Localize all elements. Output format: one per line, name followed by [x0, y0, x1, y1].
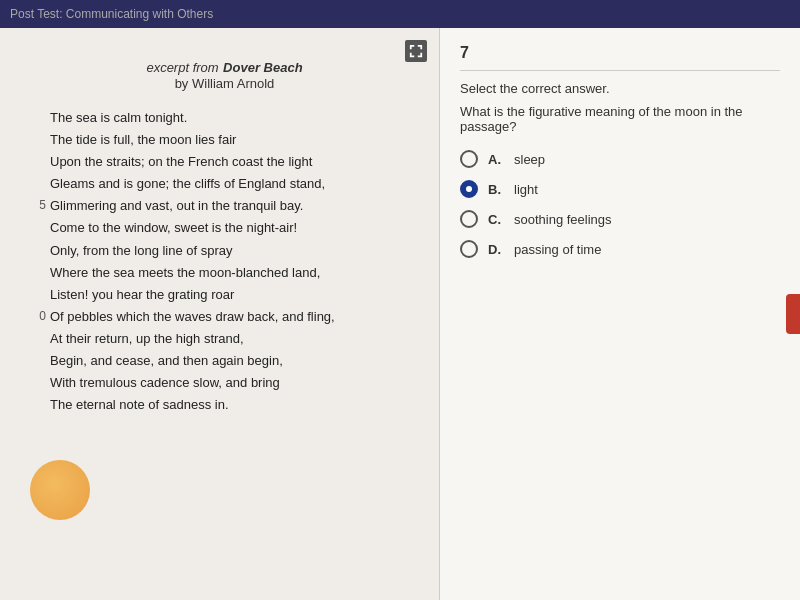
passage-line: The eternal note of sadness in.: [30, 394, 419, 416]
passage-line: 0Of pebbles which the waves draw back, a…: [30, 306, 419, 328]
answer-option-d[interactable]: D.passing of time: [460, 240, 780, 258]
line-number: [30, 129, 46, 151]
line-text: Upon the straits; on the French coast th…: [50, 151, 419, 173]
passage-line: The tide is full, the moon lies fair: [30, 129, 419, 151]
line-text: Only, from the long line of spray: [50, 240, 419, 262]
excerpt-label: excerpt from: [146, 60, 218, 75]
option-text-d: passing of time: [514, 242, 601, 257]
line-text: The sea is calm tonight.: [50, 107, 419, 129]
answer-option-c[interactable]: C.soothing feelings: [460, 210, 780, 228]
passage-line: 5Glimmering and vast, out in the tranqui…: [30, 195, 419, 217]
right-panel: 7 Select the correct answer. What is the…: [440, 28, 800, 600]
passage-line: Gleams and is gone; the cliffs of Englan…: [30, 173, 419, 195]
passage-line: Only, from the long line of spray: [30, 240, 419, 262]
line-number: 0: [30, 306, 46, 328]
passage-text: The sea is calm tonight.The tide is full…: [30, 107, 419, 416]
line-text: The eternal note of sadness in.: [50, 394, 419, 416]
expand-icon: [409, 44, 423, 58]
option-label-a: A.: [488, 152, 504, 167]
passage-line: Begin, and cease, and then again begin,: [30, 350, 419, 372]
answer-option-a[interactable]: A.sleep: [460, 150, 780, 168]
passage-author: by William Arnold: [30, 76, 419, 91]
passage-line: Upon the straits; on the French coast th…: [30, 151, 419, 173]
content-area: excerpt from Dover Beach by William Arno…: [0, 28, 800, 600]
line-number: [30, 372, 46, 394]
line-number: [30, 328, 46, 350]
page-title: Post Test: Communicating with Others: [10, 7, 213, 21]
line-text: Of pebbles which the waves draw back, an…: [50, 306, 419, 328]
line-number: [30, 217, 46, 239]
line-number: [30, 394, 46, 416]
option-text-b: light: [514, 182, 538, 197]
question-instruction: Select the correct answer.: [460, 81, 780, 96]
passage-line: At their return, up the high strand,: [30, 328, 419, 350]
line-number: [30, 262, 46, 284]
option-label-b: B.: [488, 182, 504, 197]
line-text: The tide is full, the moon lies fair: [50, 129, 419, 151]
option-label-c: C.: [488, 212, 504, 227]
answer-option-b[interactable]: B.light: [460, 180, 780, 198]
line-number: [30, 107, 46, 129]
radio-d[interactable]: [460, 240, 478, 258]
passage-line: With tremulous cadence slow, and bring: [30, 372, 419, 394]
passage-line: Where the sea meets the moon-blanched la…: [30, 262, 419, 284]
line-text: With tremulous cadence slow, and bring: [50, 372, 419, 394]
radio-a[interactable]: [460, 150, 478, 168]
answer-options: A.sleepB.lightC.soothing feelingsD.passi…: [460, 150, 780, 258]
line-number: [30, 350, 46, 372]
option-label-d: D.: [488, 242, 504, 257]
expand-button[interactable]: [405, 40, 427, 62]
line-number: [30, 151, 46, 173]
line-number: [30, 284, 46, 306]
right-edge-tab: [786, 294, 800, 334]
passage-title-block: excerpt from Dover Beach by William Arno…: [30, 58, 419, 91]
left-panel: excerpt from Dover Beach by William Arno…: [0, 28, 440, 600]
line-text: Where the sea meets the moon-blanched la…: [50, 262, 419, 284]
decorative-circle: [30, 460, 90, 520]
passage-line: Come to the window, sweet is the night-a…: [30, 217, 419, 239]
radio-c[interactable]: [460, 210, 478, 228]
line-number: [30, 240, 46, 262]
passage-title-text: Dover Beach: [223, 60, 302, 75]
line-text: Glimmering and vast, out in the tranquil…: [50, 195, 419, 217]
line-text: Listen! you hear the grating roar: [50, 284, 419, 306]
radio-b[interactable]: [460, 180, 478, 198]
option-text-a: sleep: [514, 152, 545, 167]
line-text: Begin, and cease, and then again begin,: [50, 350, 419, 372]
option-text-c: soothing feelings: [514, 212, 612, 227]
passage-line: The sea is calm tonight.: [30, 107, 419, 129]
question-text: What is the figurative meaning of the mo…: [460, 104, 780, 134]
top-bar: Post Test: Communicating with Others: [0, 0, 800, 28]
line-number: [30, 173, 46, 195]
passage-line: Listen! you hear the grating roar: [30, 284, 419, 306]
question-number: 7: [460, 44, 780, 71]
line-text: Gleams and is gone; the cliffs of Englan…: [50, 173, 419, 195]
line-text: Come to the window, sweet is the night-a…: [50, 217, 419, 239]
line-number: 5: [30, 195, 46, 217]
line-text: At their return, up the high strand,: [50, 328, 419, 350]
